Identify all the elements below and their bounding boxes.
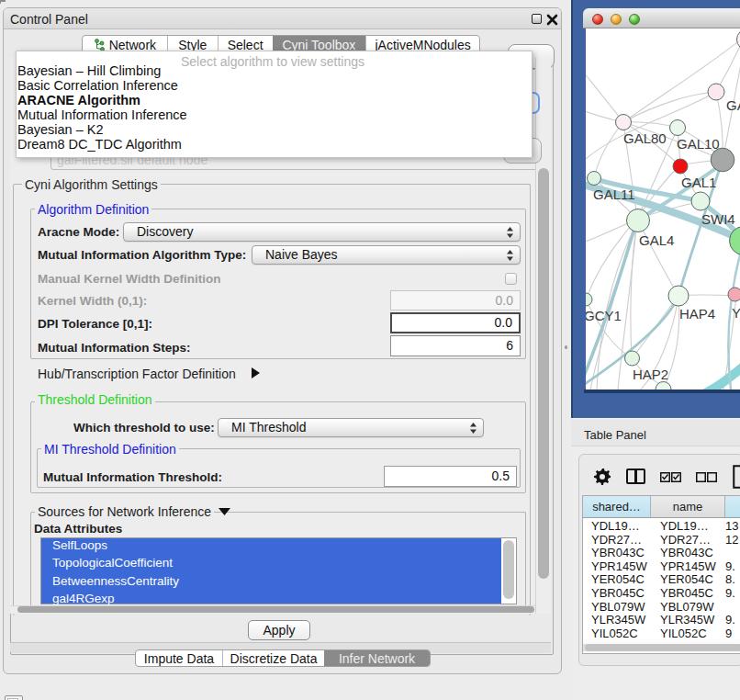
svg-text:GAL11: GAL11 xyxy=(593,186,635,202)
svg-text:GAL4: GAL4 xyxy=(639,232,674,248)
svg-text:HAP2: HAP2 xyxy=(633,367,668,382)
svg-text:HAP4: HAP4 xyxy=(679,306,715,322)
svg-text:Y: Y xyxy=(732,305,740,321)
svg-text:GAL7: GAL7 xyxy=(726,97,740,113)
svg-text:GAL80: GAL80 xyxy=(623,130,667,146)
svg-text:GCY1: GCY1 xyxy=(586,308,622,323)
svg-text:GAL10: GAL10 xyxy=(677,136,720,152)
svg-text:SWI4: SWI4 xyxy=(701,211,735,227)
svg-text:GAL1: GAL1 xyxy=(681,175,716,190)
